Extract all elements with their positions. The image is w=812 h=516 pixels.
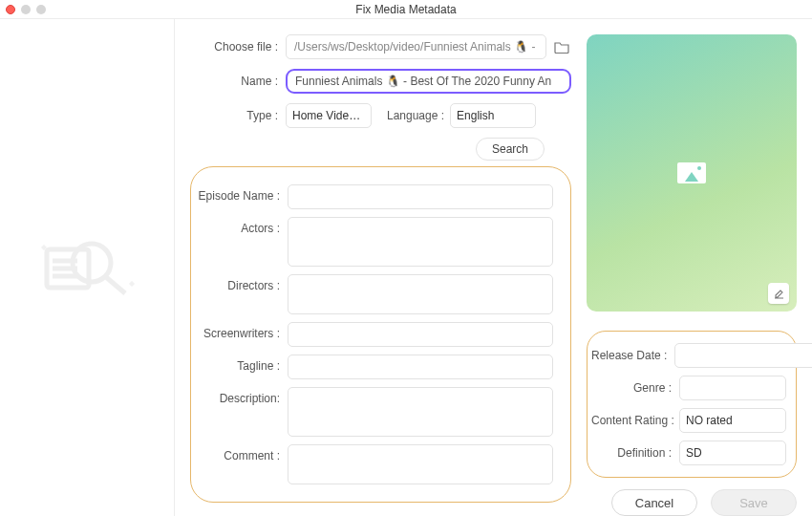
directors-input[interactable]	[288, 274, 553, 314]
meta-fieldset: Release Date : Genre : Content Rating : …	[587, 331, 797, 478]
image-placeholder-icon	[677, 162, 706, 183]
content-rating-label: Content Rating :	[591, 414, 679, 427]
folder-icon	[554, 40, 569, 54]
language-select[interactable]: English	[450, 103, 536, 128]
release-date-input[interactable]	[674, 343, 812, 368]
genre-label: Genre :	[591, 381, 679, 395]
search-button[interactable]: Search	[476, 138, 545, 161]
directors-label: Directors :	[197, 274, 288, 314]
search-illustration-icon	[30, 225, 144, 311]
screenwriters-label: Screenwriters :	[197, 322, 288, 347]
details-fieldset: Episode Name : Actors : Directors : Scre…	[190, 166, 571, 503]
poster-preview	[587, 34, 797, 312]
description-label: Description:	[197, 387, 288, 437]
screenwriters-input[interactable]	[288, 322, 553, 347]
titlebar: Fix Media Metadata	[0, 0, 812, 19]
actors-input[interactable]	[288, 217, 553, 267]
type-select[interactable]: Home Vide…	[286, 103, 372, 128]
svg-line-1	[106, 277, 125, 293]
language-label: Language :	[387, 109, 450, 122]
browse-folder-button[interactable]	[552, 38, 571, 55]
name-input[interactable]	[286, 69, 571, 94]
name-label: Name :	[190, 75, 286, 88]
release-date-label: Release Date :	[591, 349, 674, 362]
content-rating-select[interactable]: NO rated	[679, 408, 786, 433]
episode-name-input[interactable]	[288, 184, 553, 209]
actors-label: Actors :	[197, 217, 288, 267]
edit-icon	[773, 288, 785, 300]
comment-input[interactable]	[288, 444, 553, 484]
edit-poster-button[interactable]	[768, 283, 789, 304]
sidebar	[0, 19, 175, 516]
file-path-input[interactable]	[286, 34, 546, 59]
tagline-label: Tagline :	[197, 355, 288, 379]
type-label: Type :	[190, 109, 286, 122]
episode-name-label: Episode Name :	[197, 184, 288, 209]
window-title: Fix Media Metadata	[0, 3, 812, 16]
comment-label: Comment :	[197, 444, 288, 484]
cancel-button[interactable]: Cancel	[611, 489, 697, 516]
description-input[interactable]	[288, 387, 553, 437]
definition-select[interactable]: SD	[679, 441, 786, 465]
choose-file-label: Choose file :	[190, 40, 286, 54]
tagline-input[interactable]	[288, 355, 553, 379]
genre-select[interactable]	[679, 376, 786, 400]
save-button: Save	[711, 489, 797, 516]
definition-label: Definition :	[591, 446, 679, 460]
